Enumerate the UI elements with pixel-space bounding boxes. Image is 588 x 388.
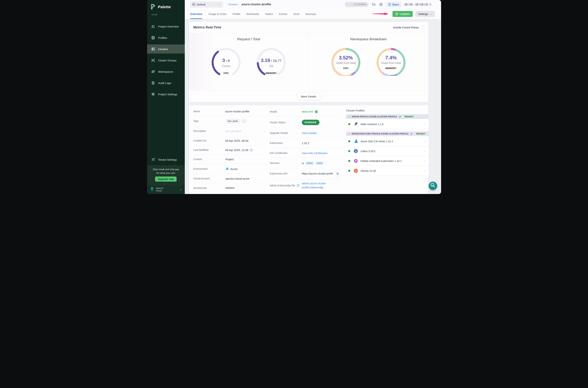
sidebar-item-cluster-groups[interactable]: Cluster Groups bbox=[147, 56, 185, 65]
chevron-down-icon bbox=[219, 3, 221, 6]
promo-text-line1: Start small and only pay bbox=[147, 168, 185, 171]
profile-group-infrastructure: INFRASTRUCTURE PROFILE AZURE-CLUSTER-PRO… bbox=[346, 131, 429, 175]
upgrade-now-button[interactable]: Upgrade now bbox=[155, 176, 177, 182]
detail-row-cloud-account: Cloud Account spectro-cloud-azure bbox=[193, 174, 265, 183]
annotation-arrow bbox=[372, 12, 390, 16]
workspaces-icon bbox=[151, 70, 155, 73]
profile-group-header[interactable]: INFRASTRUCTURE PROFILE AZURE-CLUSTER-PRO… bbox=[346, 131, 429, 136]
sidebar-item-label: Cluster Groups bbox=[158, 59, 177, 62]
service-port-8080-link[interactable]: :8080 bbox=[305, 161, 314, 165]
status-dot bbox=[348, 140, 350, 142]
chevron-right-icon bbox=[424, 123, 426, 125]
description-value: Not specified. bbox=[225, 129, 265, 133]
copy-button[interactable] bbox=[335, 170, 340, 176]
redacted-user-info bbox=[404, 3, 431, 6]
search-fab-button[interactable] bbox=[429, 182, 437, 190]
status-dot bbox=[348, 170, 350, 172]
metrics-header: Metrics Real-Time Include Control Planes bbox=[189, 22, 428, 33]
page-title: azure-cluster-profile bbox=[241, 2, 271, 6]
cluster-profiles-panel: Cluster Profiles ADDON PROFILE AZURE-CLU… bbox=[346, 107, 430, 194]
kubeconfig-file-link[interactable]: admin.azure-cluster- bbox=[302, 181, 343, 185]
top-bar-right: 0.17/100kCh Docs bbox=[345, 2, 431, 7]
service-port-3000-link[interactable]: :3000 bbox=[315, 161, 323, 165]
tab-nodes[interactable]: Nodes bbox=[265, 9, 273, 19]
link-icon bbox=[410, 132, 413, 135]
profile-row-azure-disk-csi-driver-1-31-2[interactable]: Azure Disk CSI Driver 1.31.2 bbox=[346, 137, 429, 146]
project-selector-dropdown[interactable]: Default bbox=[190, 1, 223, 7]
metrics-footer: More Details bbox=[189, 90, 428, 102]
sidebar-item-tenant-settings[interactable]: Tenant Settings bbox=[147, 155, 185, 164]
donut-percent: 7.4% bbox=[376, 55, 407, 61]
tag-more-button[interactable]: ... bbox=[241, 119, 247, 123]
gauge-cpu: 3 / 8CoresCPU bbox=[211, 47, 242, 76]
tab-backups[interactable]: Backups bbox=[306, 9, 316, 19]
tab-scan[interactable]: Scan bbox=[294, 9, 300, 19]
tab-workloads[interactable]: Workloads bbox=[246, 9, 259, 19]
azure-icon bbox=[225, 167, 229, 171]
namespace-breakdown-title: Namespace Breakdown bbox=[309, 37, 428, 41]
docs-button[interactable]: Docs bbox=[386, 2, 401, 7]
sidebar-item-label: Project Overview bbox=[158, 25, 179, 28]
profile-row-palette-extended-kubernetes-1-32-2[interactable]: Palette eXtended Kubernetes 1.32.2 bbox=[346, 156, 429, 166]
info-icon[interactable] bbox=[250, 148, 253, 151]
profile-row-ubuntu-22-04[interactable]: Ubuntu 22.04 bbox=[346, 166, 429, 175]
include-control-planes-checkbox[interactable] bbox=[421, 26, 424, 29]
top-bar: Default / Clusters / azure-cluster-profi… bbox=[185, 0, 441, 9]
gauge-total-value: / 16.77 bbox=[270, 59, 281, 63]
detail-row-tags: Tags env: prod ... bbox=[193, 116, 265, 126]
settings-button[interactable]: Settings bbox=[415, 11, 435, 17]
kubeconfig-file-link-line2[interactable]: profile.kubeconfig bbox=[302, 185, 343, 190]
tab-profile[interactable]: Profile bbox=[232, 9, 240, 19]
usage-counter: 0.17/100kCh bbox=[345, 2, 368, 7]
sidebar: Palette 4.6.18 Project OverviewProfilesC… bbox=[147, 0, 185, 194]
sidebar-item-workspaces[interactable]: Workspaces bbox=[147, 67, 185, 76]
view-details-link[interactable]: View Details bbox=[302, 132, 317, 135]
info-icon[interactable] bbox=[296, 184, 300, 187]
chevron-down-icon bbox=[348, 116, 350, 118]
status-dot bbox=[348, 160, 350, 162]
view-k8s-certificates-link[interactable]: View K8s Certificates bbox=[302, 151, 327, 155]
sidebar-item-profiles[interactable]: Profiles bbox=[147, 33, 185, 42]
sidebar-item-project-overview[interactable]: Project Overview bbox=[147, 22, 185, 31]
include-control-planes-label: Include Control Planes bbox=[393, 26, 419, 29]
breadcrumb-clusters-link[interactable]: Clusters bbox=[228, 3, 238, 6]
detail-row-architecture: Architecture AMD64 bbox=[193, 183, 265, 193]
detail-row-kubernetes-api: Kubernetes API https://azure-cluster-pro… bbox=[270, 168, 343, 179]
profile-group-title: INFRASTRUCTURE PROFILE AZURE-CLUSTER-PRO… bbox=[352, 133, 409, 135]
sidebar-collapse-button[interactable]: ‹ bbox=[180, 188, 182, 192]
details-column-middle: Health HEALTHY Cluster Status RUNNING Up… bbox=[270, 107, 343, 194]
profile-row-hello-universe-1-2-0[interactable]: Hello Universe 1.2.0 bbox=[346, 120, 429, 129]
chat-icon[interactable] bbox=[372, 2, 376, 7]
metrics-body: Request / Total 3 / 8CoresCPU3.19 / 16.7… bbox=[189, 33, 428, 90]
tab-events[interactable]: Events bbox=[279, 9, 287, 19]
gauge-total-value: / 8 bbox=[225, 59, 230, 63]
tab-overview[interactable]: Overview bbox=[190, 9, 203, 19]
more-details-button[interactable]: More Details bbox=[297, 93, 320, 100]
compass-icon[interactable] bbox=[379, 2, 383, 7]
sidebar-item-audit-logs[interactable]: Audit Logs bbox=[147, 78, 185, 87]
sidebar-item-label: Project Settings bbox=[158, 93, 177, 96]
spectro-cloud-wordmark: Spectro Cloud bbox=[156, 187, 178, 192]
profile-group-addon: ADDON PROFILE AZURE-CLUSTER-PROFILEPROJE… bbox=[346, 114, 429, 129]
gauge-label-memory: MEMORY bbox=[256, 72, 287, 74]
sidebar-item-project-settings[interactable]: Project Settings bbox=[147, 90, 185, 99]
sidebar-item-clusters[interactable]: Clusters bbox=[147, 45, 185, 53]
cluster-details-card: Name azure-cluster-profile Tags env: pro… bbox=[189, 105, 428, 194]
profile-group-header[interactable]: ADDON PROFILE AZURE-CLUSTER-PROFILEPROJE… bbox=[346, 114, 429, 119]
detail-row-name: Name azure-cluster-profile bbox=[193, 107, 265, 116]
request-total-gauges: 3 / 8CoresCPU3.19 / 16.77GbMEMORY bbox=[189, 47, 309, 76]
updates-button[interactable]: Updates bbox=[392, 11, 413, 17]
main-content: Metrics Real-Time Include Control Planes… bbox=[185, 19, 441, 194]
chevron-right-icon bbox=[424, 160, 426, 162]
tab-actions: Updates Settings bbox=[372, 9, 435, 19]
cluster-tab-bar: OverviewUsage & CostsProfileWorkloadsNod… bbox=[185, 9, 441, 19]
profile-row-calico-3-29-2[interactable]: Calico 3.29.2 bbox=[346, 146, 429, 156]
tag-env-prod[interactable]: env: prod bbox=[225, 119, 240, 123]
chevron-right-icon bbox=[424, 170, 426, 172]
profile-pack-name: Palette eXtended Kubernetes 1.32.2 bbox=[361, 160, 424, 163]
tab-usage-and-costs[interactable]: Usage & Costs bbox=[208, 9, 226, 19]
ubuntu-icon bbox=[354, 169, 358, 173]
sidebar-nav: Project OverviewProfilesClustersCluster … bbox=[147, 22, 185, 99]
donut-caption: Used from total bbox=[376, 61, 407, 65]
profile-pack-name: Calico 3.29.2 bbox=[361, 150, 424, 153]
